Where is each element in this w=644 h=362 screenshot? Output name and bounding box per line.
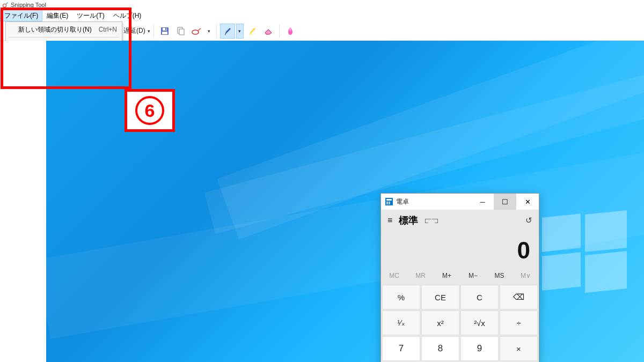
svg-rect-3	[162, 32, 167, 34]
btn-percent[interactable]: %	[382, 285, 420, 309]
menu-file[interactable]: ファイル(F)	[0, 10, 42, 21]
pen-dropdown-icon[interactable]: ▾	[236, 24, 244, 39]
eraser-icon[interactable]	[261, 24, 276, 39]
menu-bar: ファイル(F) 編集(E) ツール(T) ヘルプ(H)	[0, 10, 644, 21]
btn-multiply[interactable]: ×	[500, 336, 538, 361]
svg-rect-14	[389, 202, 390, 203]
calc-display: 0	[381, 231, 539, 270]
menu-tools[interactable]: ツール(T)	[72, 10, 108, 21]
history-icon[interactable]: ↺	[525, 216, 532, 225]
calc-mode: 標準	[399, 214, 418, 227]
svg-line-1	[6, 3, 8, 5]
svg-rect-13	[386, 202, 388, 203]
btn-square[interactable]: x²	[421, 311, 459, 335]
pen-icon[interactable]	[220, 24, 235, 39]
app-title: Snipping Tool	[11, 2, 46, 8]
calc-app-icon	[385, 198, 393, 205]
step-number: 6	[135, 96, 164, 125]
calc-keypad: % CE C ⌫ ¹⁄ₓ x² ²√x ÷ 7 8 9 × 4 5 6 −	[381, 284, 539, 362]
svg-rect-5	[165, 28, 166, 30]
mem-mc[interactable]: MC	[381, 270, 407, 284]
canvas-margin	[0, 41, 46, 362]
btn-divide[interactable]: ÷	[500, 311, 538, 335]
btn-7[interactable]: 7	[382, 336, 420, 361]
svg-rect-12	[386, 199, 392, 201]
mem-mlist[interactable]: M∨	[513, 270, 539, 284]
calc-title-bar[interactable]: 電卓 ─ ☐ ✕	[381, 194, 539, 210]
mem-mminus[interactable]: M−	[460, 270, 486, 284]
calc-header: ≡ 標準 ⫍⫎ ↺	[381, 210, 539, 231]
mem-ms[interactable]: MS	[486, 270, 513, 284]
separator	[279, 25, 280, 38]
delay-dropdown-icon[interactable]: ▾	[148, 28, 150, 34]
svg-rect-15	[386, 203, 388, 204]
btn-c[interactable]: C	[460, 285, 499, 309]
btn-9[interactable]: 9	[460, 336, 499, 361]
app-icon	[2, 2, 9, 8]
mem-mplus[interactable]: M+	[434, 270, 460, 284]
close-button[interactable]: ✕	[516, 194, 539, 210]
svg-rect-16	[389, 203, 390, 204]
calculator-window: 電卓 ─ ☐ ✕ ≡ 標準 ⫍⫎ ↺ 0 MC MR M+ M− MS M∨	[380, 193, 539, 362]
svg-point-0	[3, 4, 6, 8]
calc-title: 電卓	[396, 197, 471, 206]
hamburger-icon[interactable]: ≡	[387, 216, 392, 225]
menu-new-snip[interactable]: 新しい領域の切り取り(N) Ctrl+N	[8, 24, 120, 35]
btn-sqrt[interactable]: ²√x	[460, 311, 499, 335]
save-icon[interactable]	[157, 24, 172, 39]
highlight-box-step: 6	[125, 89, 175, 132]
separator	[216, 25, 217, 38]
keep-on-top-icon[interactable]: ⫍⫎	[425, 217, 438, 225]
title-bar: Snipping Tool	[0, 0, 644, 10]
canvas-area: 電卓 ─ ☐ ✕ ≡ 標準 ⫍⫎ ↺ 0 MC MR M+ M− MS M∨	[0, 41, 644, 362]
copy-icon[interactable]	[173, 24, 188, 39]
separator	[153, 25, 154, 38]
btn-ce[interactable]: CE	[421, 285, 459, 309]
mem-mr[interactable]: MR	[407, 270, 434, 284]
svg-point-10	[289, 28, 291, 31]
menu-separator	[9, 37, 119, 38]
menu-edit[interactable]: 編集(E)	[42, 10, 72, 21]
windows-logo	[542, 212, 628, 293]
send-icon[interactable]	[189, 24, 204, 39]
paint3d-icon[interactable]	[283, 24, 298, 39]
highlighter-icon[interactable]	[245, 24, 260, 39]
btn-backspace[interactable]: ⌫	[500, 285, 538, 309]
maximize-button[interactable]: ☐	[494, 194, 516, 210]
svg-point-8	[192, 30, 199, 34]
minimize-button[interactable]: ─	[471, 194, 494, 210]
svg-rect-9	[249, 34, 252, 35]
calc-memory-row: MC MR M+ M− MS M∨	[381, 270, 539, 284]
svg-rect-7	[179, 29, 184, 35]
delay-label[interactable]: 遅延(D)	[123, 26, 145, 35]
btn-8[interactable]: 8	[421, 336, 459, 361]
menu-help[interactable]: ヘルプ(H)	[109, 10, 146, 21]
btn-reciprocal[interactable]: ¹⁄ₓ	[382, 311, 420, 335]
send-dropdown-icon[interactable]: ▾	[206, 24, 213, 39]
